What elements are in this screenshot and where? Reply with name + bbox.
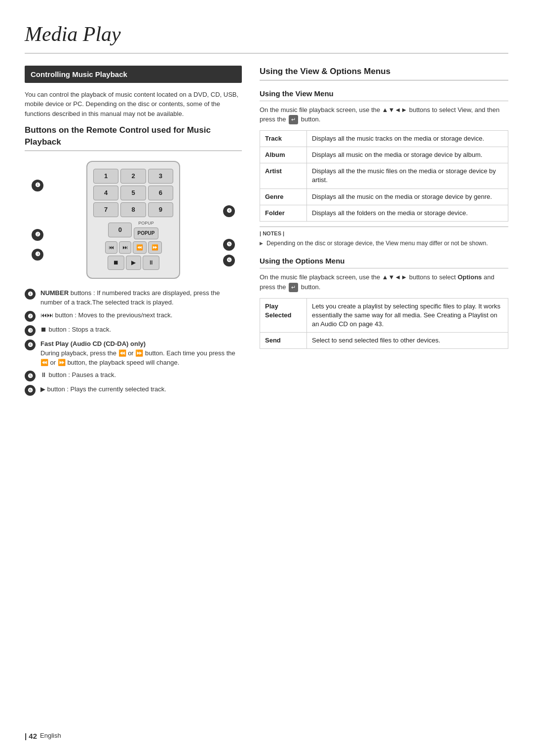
options-menu-description: On the music file playback screen, use t…: [260, 272, 508, 292]
options-bold: Options: [457, 273, 482, 281]
view-options-section-title: Using the View & Options Menus: [260, 66, 508, 80]
btn-item-3: ❸ ⏹ button : Stops a track.: [25, 325, 242, 336]
page: Media Play Controlling Music Playback Yo…: [0, 0, 533, 756]
remote-diagram: ❶ ❷ ❸ ❹ ❺ ❻ 1 2 3 4 5 6 7 8: [25, 156, 242, 284]
btn-item-5: ❺ ⏸ button : Pauses a track.: [25, 371, 242, 381]
btn-item-1: ❶ NUMBER buttons : If numbered tracks ar…: [25, 289, 242, 307]
page-footer: | 42 English: [25, 731, 61, 741]
options-desc-send: Select to send selected files to other d…: [307, 333, 508, 349]
remote-skip-fwd[interactable]: ⏭: [119, 241, 131, 254]
remote-btn-popup[interactable]: POPUP: [134, 227, 158, 239]
options-label-play-selected: Play Selected: [260, 298, 307, 333]
view-label-album: Album: [260, 147, 307, 163]
view-table-row-track: Track Displays all the music tracks on t…: [260, 130, 508, 147]
options-table-row-play-selected: Play Selected Lets you create a playlist…: [260, 298, 508, 333]
view-desc-album: Displays all music on the media or stora…: [307, 147, 508, 163]
btn-desc-4: Fast Play (Audio CD (CD-DA) only) During…: [40, 340, 242, 368]
view-desc-genre: Displays all the music on the media or s…: [307, 189, 508, 205]
remote-play[interactable]: ▶: [126, 256, 141, 270]
remote-btn-3[interactable]: 3: [148, 169, 173, 184]
view-label-track: Track: [260, 130, 307, 147]
remote-btn-1[interactable]: 1: [93, 169, 118, 184]
view-desc-folder: Displays all the folders on the media or…: [307, 205, 508, 221]
remote-body: 1 2 3 4 5 6 7 8 9 0 POPUP POP: [86, 161, 180, 279]
btn-desc-3-icon: ⏹: [40, 326, 47, 333]
btn-item-6: ❻ ▶ button : Plays the currently selecte…: [25, 385, 242, 396]
remote-zero-row: 0 POPUP POPUP: [93, 220, 173, 239]
intro-text: You can control the playback of music co…: [25, 90, 242, 119]
btn-desc-5: ⏸ button : Pauses a track.: [40, 371, 242, 380]
section-header-controlling: Controlling Music Playback: [25, 66, 242, 83]
view-table-row-genre: Genre Displays all the music on the medi…: [260, 189, 508, 205]
options-table-row-send: Send Select to send selected files to ot…: [260, 333, 508, 349]
buttons-section-title: Buttons on the Remote Control used for M…: [25, 124, 242, 151]
btn-desc-6-icon: ▶: [40, 385, 45, 393]
remote-play-row: ⏹ ▶ ⏸: [93, 256, 173, 270]
view-label-folder: Folder: [260, 205, 307, 221]
view-table-row-folder: Folder Displays all the folders on the m…: [260, 205, 508, 221]
remote-btn-7[interactable]: 7: [93, 202, 118, 217]
button-descriptions-list: ❶ NUMBER buttons : If numbered tracks ar…: [25, 289, 242, 396]
remote-rew[interactable]: ⏪: [133, 241, 147, 254]
notes-label: | NOTES |: [260, 230, 508, 237]
btn-num-2: ❷: [25, 311, 36, 322]
page-number: | 42: [25, 731, 37, 741]
btn-num-6: ❻: [25, 385, 36, 396]
popup-label: POPUP: [138, 220, 154, 227]
btn-desc-2-icons: ⏮⏭: [40, 311, 53, 319]
remote-btn-9[interactable]: 9: [148, 202, 173, 217]
callout-3: ❸: [32, 249, 43, 261]
btn-desc-4-bold: Fast Play (Audio CD (CD-DA) only): [40, 340, 146, 347]
view-menu-description: On the music file playback screen, use t…: [260, 105, 508, 124]
view-table-row-artist: Artist Displays all the the music files …: [260, 163, 508, 189]
btn-item-2: ❷ ⏮⏭ button : Moves to the previous/next…: [25, 311, 242, 322]
remote-fwd[interactable]: ⏩: [148, 241, 162, 254]
remote-btn-4[interactable]: 4: [93, 186, 118, 200]
view-label-artist: Artist: [260, 163, 307, 189]
remote-transport-row: ⏮ ⏭ ⏪ ⏩: [93, 241, 173, 254]
btn-num-5: ❺: [25, 371, 36, 381]
remote-stop[interactable]: ⏹: [108, 256, 124, 270]
options-desc-play-selected: Lets you create a playlist by selecting …: [307, 298, 508, 333]
footer-lang: English: [40, 731, 61, 740]
remote-btn-2[interactable]: 2: [120, 169, 146, 184]
right-column: Using the View & Options Menus Using the…: [260, 66, 508, 354]
remote-btn-5[interactable]: 5: [120, 186, 146, 200]
remote-btn-8[interactable]: 8: [120, 202, 146, 217]
page-title: Media Play: [25, 20, 508, 54]
callout-4: ❹: [223, 205, 235, 217]
options-menu-table: Play Selected Lets you create a playlist…: [260, 298, 508, 349]
btn-desc-1: NUMBER buttons : If numbered tracks are …: [40, 289, 242, 307]
remote-numpad: 1 2 3 4 5 6 7 8 9: [93, 169, 173, 218]
notes-box: | NOTES | Depending on the disc or stora…: [260, 227, 508, 248]
two-column-layout: Controlling Music Playback You can contr…: [25, 66, 508, 400]
remote-btn-0[interactable]: 0: [108, 223, 132, 237]
view-menu-table: Track Displays all the music tracks on t…: [260, 130, 508, 222]
callout-2: ❷: [32, 229, 43, 241]
view-menu-title: Using the View Menu: [260, 88, 508, 101]
remote-pause[interactable]: ⏸: [143, 256, 159, 270]
left-column: Controlling Music Playback You can contr…: [25, 66, 242, 400]
btn-desc-3: ⏹ button : Stops a track.: [40, 325, 242, 335]
btn-desc-1-bold: NUMBER: [40, 289, 69, 297]
callout-1: ❶: [32, 180, 43, 191]
view-desc-track: Displays all the music tracks on the med…: [307, 130, 508, 147]
btn-item-4: ❹ Fast Play (Audio CD (CD-DA) only) Duri…: [25, 340, 242, 368]
options-menu-title: Using the Options Menu: [260, 256, 508, 268]
remote-btn-6[interactable]: 6: [148, 186, 173, 200]
enter-icon-2: ↵: [289, 283, 298, 292]
enter-icon: ↵: [289, 115, 298, 124]
view-label-genre: Genre: [260, 189, 307, 205]
btn-desc-2: ⏮⏭ button : Moves to the previous/next t…: [40, 311, 242, 320]
callout-6: ❻: [223, 255, 235, 266]
notes-item-1: Depending on the disc or storage device,…: [260, 239, 508, 248]
remote-skip-back[interactable]: ⏮: [105, 241, 117, 254]
view-desc-artist: Displays all the the music files on the …: [307, 163, 508, 189]
btn-desc-6: ▶ button : Plays the currently selected …: [40, 385, 242, 394]
btn-desc-5-icon: ⏸: [40, 371, 47, 378]
options-label-send: Send: [260, 333, 307, 349]
btn-num-4: ❹: [25, 340, 36, 350]
btn-num-3: ❸: [25, 325, 36, 336]
view-table-row-album: Album Displays all music on the media or…: [260, 147, 508, 163]
btn-num-1: ❶: [25, 289, 36, 300]
